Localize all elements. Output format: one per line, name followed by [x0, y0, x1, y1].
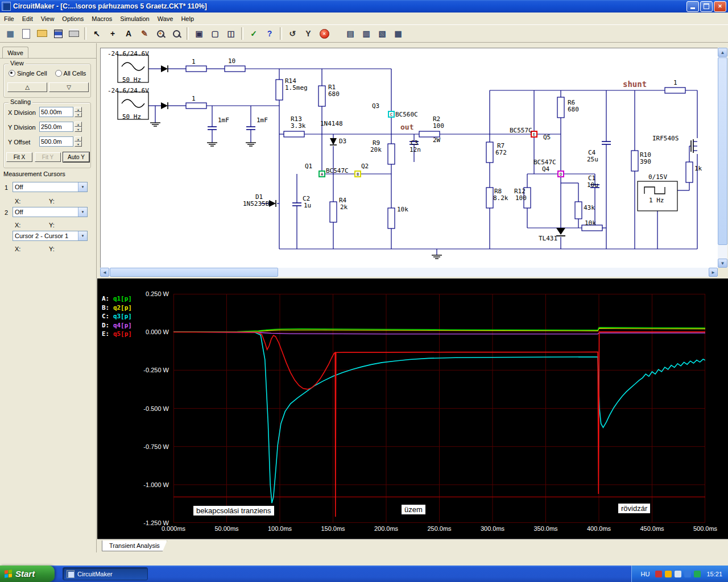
auto-y-button[interactable]: Auto Y — [63, 152, 89, 162]
tile-vertical-icon[interactable]: ▥ — [359, 26, 374, 41]
waveform-canvas[interactable] — [173, 294, 705, 523]
y-offset-input[interactable] — [39, 136, 73, 147]
circuitmaker-icon — [67, 570, 75, 578]
app-icon — [2, 2, 11, 11]
open-file-icon[interactable] — [35, 26, 49, 41]
schematic-label: Q1 — [305, 163, 312, 170]
schematic-label: 1u — [304, 202, 311, 209]
y-parameters-icon[interactable]: Y — [301, 26, 316, 41]
waveform-panel: A: q1[p]B: q2[p]C: q3[p]D: q4[p]E: q5[p]… — [97, 278, 728, 539]
cursor2-number: 2 — [5, 209, 8, 216]
text-tool-icon[interactable]: A — [121, 26, 136, 41]
radio-all-cells-label: All Cells — [64, 70, 86, 77]
search-icon[interactable] — [169, 26, 184, 41]
menu-help[interactable]: Help — [177, 14, 198, 24]
scaling-group-title: Scaling — [9, 98, 32, 105]
volume-icon[interactable] — [675, 571, 681, 577]
tile-horizontal-icon[interactable]: ▤ — [343, 26, 358, 41]
save-icon[interactable] — [51, 26, 65, 41]
new-file-icon[interactable] — [19, 26, 34, 41]
start-button[interactable]: Start — [0, 566, 55, 582]
view-group: View Single Cell All Cells △ ▽ — [3, 64, 91, 98]
zoom-tool-icon[interactable] — [153, 26, 168, 41]
y-offset-spinner[interactable]: ▲▼ — [75, 136, 82, 147]
chevron-down-icon[interactable]: ▼ — [78, 207, 87, 217]
schematic-label: 1N4148 — [320, 120, 343, 127]
scroll-left-icon[interactable]: ◄ — [100, 268, 109, 277]
scroll-down-icon[interactable]: ▼ — [718, 259, 727, 268]
x-axis-tick-label: 300.0ms — [474, 525, 511, 532]
title-bar[interactable]: CircuitMaker - [C:...\soros párhuzamos 5… — [0, 0, 728, 13]
help-icon[interactable]: ? — [262, 26, 277, 41]
reset-icon[interactable]: ↺ — [285, 26, 300, 41]
print-icon[interactable] — [67, 26, 81, 41]
edit-tool-icon[interactable]: ✎ — [137, 26, 152, 41]
toolbar-sep — [84, 27, 86, 40]
wave-panel: Wave View Single Cell All Cells △ ▽ Scal… — [0, 43, 97, 552]
tab-wave[interactable]: Wave — [2, 47, 28, 59]
stop-simulation-icon[interactable] — [317, 26, 332, 41]
minimize-button[interactable] — [686, 1, 699, 12]
schematic-label: Q5 — [543, 134, 551, 141]
cursor2-x-label: X: — [15, 222, 20, 228]
menu-file[interactable]: File — [0, 14, 18, 24]
cascade-windows-icon[interactable]: ▧ — [375, 26, 390, 41]
y-division-spinner[interactable]: ▲▼ — [75, 122, 82, 132]
menu-edit[interactable]: Edit — [18, 14, 37, 24]
taskbar-item-circuitmaker[interactable]: CircuitMaker — [63, 567, 148, 580]
schematic-canvas[interactable]: ABCDE -24.6/24.6V50 Hz-24.6/24.6V50 Hz11… — [100, 48, 718, 268]
radio-all-cells[interactable]: All Cells — [55, 70, 86, 77]
x-division-input[interactable] — [39, 107, 73, 117]
wire-tool-icon[interactable]: + — [105, 26, 120, 41]
menu-options[interactable]: Options — [58, 14, 88, 24]
vertical-scroll-thumb[interactable] — [718, 57, 727, 245]
schematic-label: 1 — [192, 95, 196, 102]
radio-single-cell-label: Single Cell — [17, 70, 47, 77]
zoom-window-icon[interactable]: ▣ — [192, 26, 206, 41]
schematic-label: 20k — [370, 147, 382, 153]
analysis-tab-strip: Transient Analysis — [97, 539, 728, 566]
menu-macros[interactable]: Macros — [88, 14, 116, 24]
check-icon[interactable]: ✓ — [246, 26, 261, 41]
network-icon[interactable] — [684, 571, 691, 577]
cursor-diff-select[interactable]: Cursor 2 - Cursor 1 ▼ — [13, 231, 88, 241]
split-window-icon[interactable]: ◫ — [224, 26, 238, 41]
horizontal-scroll-thumb[interactable] — [110, 268, 278, 277]
fit-page-icon[interactable]: ▢ — [208, 26, 222, 41]
horizontal-scrollbar[interactable]: ◄ ► — [100, 268, 718, 277]
radio-single-cell[interactable]: Single Cell — [9, 70, 47, 77]
tab-transient-analysis[interactable]: Transient Analysis — [102, 541, 167, 551]
menu-simulation[interactable]: Simulation — [116, 14, 153, 24]
update-icon[interactable] — [665, 571, 672, 577]
x-axis-tick-label: 500.0ms — [687, 525, 723, 532]
close-button[interactable]: ✕ — [714, 1, 726, 12]
legend-entry-q1[p]: A: q1[p] — [102, 295, 132, 303]
vertical-scrollbar[interactable]: ▲ ▼ — [718, 48, 727, 268]
chevron-down-icon[interactable]: ▼ — [78, 231, 87, 240]
antivirus-icon[interactable] — [655, 571, 662, 577]
scroll-up-icon[interactable]: ▲ — [718, 48, 727, 57]
cursor1-select[interactable]: Off ▼ — [13, 182, 88, 192]
arrange-windows-icon[interactable]: ▦ — [391, 26, 406, 41]
y-axis-tick-label: 0.000 W — [131, 329, 169, 335]
scheduler-icon[interactable] — [694, 571, 701, 577]
y-axis-tick-label: -0.250 W — [131, 367, 169, 373]
y-division-input[interactable] — [39, 122, 73, 132]
scroll-up-button[interactable]: △ — [7, 82, 47, 92]
language-indicator[interactable]: HU — [639, 570, 652, 578]
panel-separator — [0, 58, 97, 59]
menu-wave[interactable]: Wave — [154, 14, 177, 24]
chevron-down-icon[interactable]: ▼ — [78, 182, 87, 192]
x-axis-tick-label: 400.0ms — [581, 525, 617, 532]
restore-button[interactable] — [700, 1, 713, 12]
scroll-right-icon[interactable]: ► — [709, 268, 718, 277]
x-division-spinner[interactable]: ▲▼ — [75, 107, 82, 117]
scroll-down-button[interactable]: ▽ — [49, 82, 89, 92]
toolbar-sep — [280, 27, 282, 40]
cursor2-select[interactable]: Off ▼ — [13, 207, 88, 217]
fit-x-button[interactable]: Fit X — [6, 152, 32, 162]
parts-browser-icon[interactable]: ▦ — [3, 26, 18, 41]
cursor-tool-icon[interactable]: ↖ — [89, 26, 104, 41]
fit-y-button[interactable]: Fit Y — [35, 152, 61, 162]
menu-view[interactable]: View — [37, 14, 59, 24]
